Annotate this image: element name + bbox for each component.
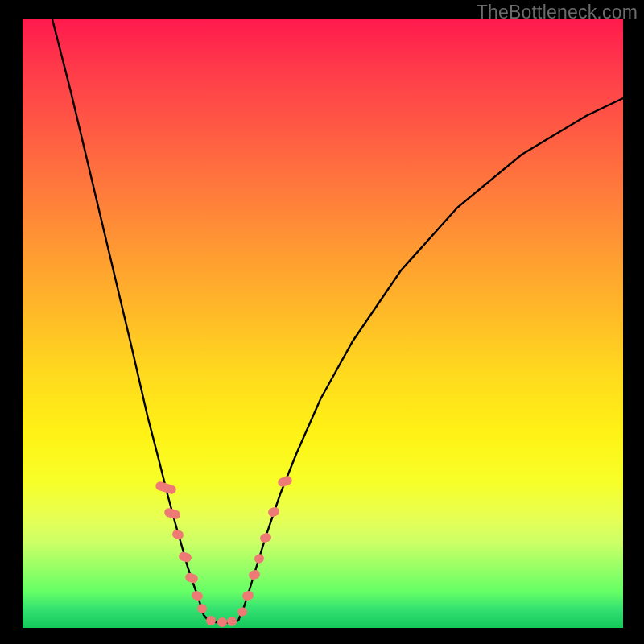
marker-pill <box>190 589 204 601</box>
marker-pill <box>171 529 185 541</box>
marker-pill <box>242 590 255 602</box>
marker-pill <box>236 606 248 617</box>
data-markers <box>155 475 293 627</box>
marker-dot <box>217 617 227 627</box>
marker-pill <box>163 507 181 520</box>
marker-pill <box>277 475 294 489</box>
marker-pill <box>196 602 208 614</box>
curve-right-branch <box>238 98 623 621</box>
curve-left-branch <box>52 19 208 620</box>
marker-dot <box>206 616 216 625</box>
marker-pill <box>254 553 266 564</box>
chart-overlay <box>23 19 623 628</box>
marker-pill <box>184 572 200 584</box>
marker-pill <box>248 569 262 581</box>
marker-pill <box>155 481 177 495</box>
marker-pill <box>178 551 193 564</box>
marker-pill <box>267 506 281 518</box>
marker-pill <box>259 532 273 544</box>
marker-dot <box>227 617 237 626</box>
